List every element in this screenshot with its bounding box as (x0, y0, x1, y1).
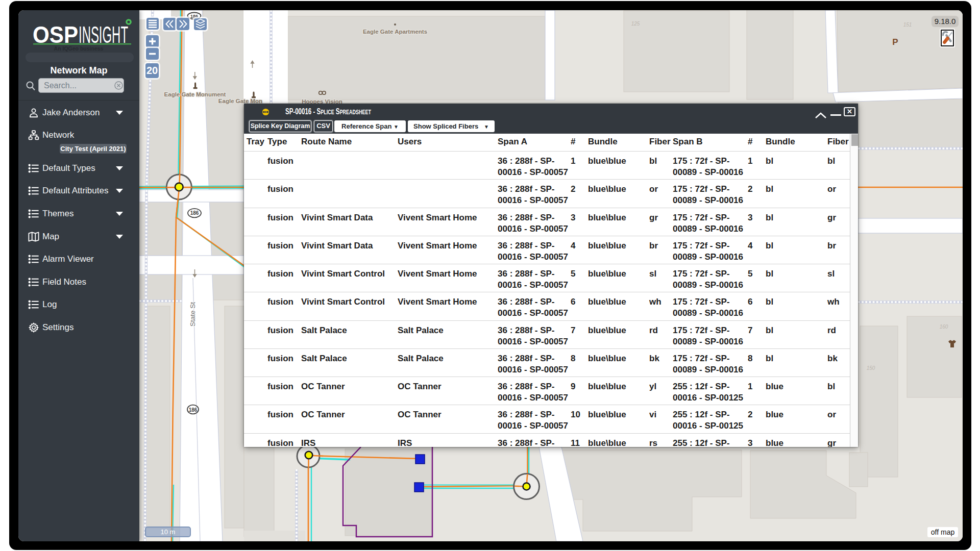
svg-text:Eagle Gate Apartments: Eagle Gate Apartments (363, 29, 427, 35)
svg-text:P: P (892, 37, 898, 47)
svg-text:160: 160 (940, 324, 948, 330)
svg-text:State St: State St (189, 302, 197, 327)
svg-text:186: 186 (189, 407, 198, 413)
svg-text:186: 186 (190, 210, 199, 216)
svg-text:An IQGeo business: An IQGeo business (54, 45, 104, 52)
svg-text:151: 151 (903, 22, 912, 28)
svg-text:Eagle Gate Monument: Eagle Gate Monument (164, 91, 226, 97)
svg-text:150: 150 (867, 365, 875, 371)
svg-text:125: 125 (631, 21, 640, 27)
